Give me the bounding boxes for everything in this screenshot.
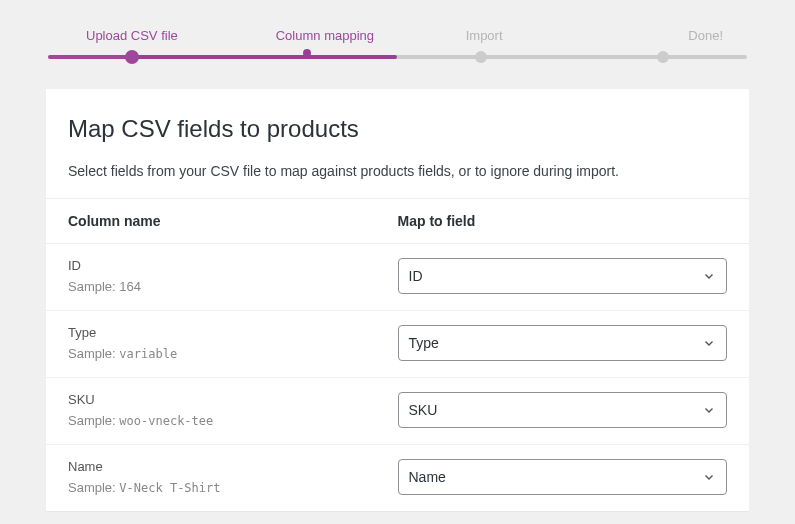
step-dot-1	[125, 50, 139, 64]
map-select-id[interactable]: ID	[398, 258, 728, 294]
column-name: SKU	[68, 392, 398, 407]
chevron-down-icon	[702, 269, 716, 283]
table-row: Name Sample: V-Neck T-Shirt Name	[46, 445, 749, 511]
table-header-map-to-field: Map to field	[398, 213, 728, 229]
mapping-rows: ID Sample: 164 ID	[46, 244, 749, 511]
chevron-down-icon	[702, 336, 716, 350]
step-dot-2	[303, 49, 311, 57]
table-row: Type Sample: variable Type	[46, 311, 749, 378]
step-import: Import	[405, 28, 564, 43]
page-subtitle: Select fields from your CSV file to map …	[68, 161, 727, 182]
map-select-name[interactable]: Name	[398, 459, 728, 495]
select-value: ID	[409, 268, 423, 284]
map-select-type[interactable]: Type	[398, 325, 728, 361]
step-mapping: Column mapping	[245, 28, 404, 43]
column-sample: Sample: variable	[68, 346, 398, 361]
table-header-row: Column name Map to field	[46, 198, 749, 244]
step-upload: Upload CSV file	[46, 28, 245, 43]
column-name: Type	[68, 325, 398, 340]
column-name: ID	[68, 258, 398, 273]
select-value: SKU	[409, 402, 438, 418]
progress-stepper: Upload CSV file Column mapping Import Do…	[0, 0, 795, 75]
column-sample: Sample: 164	[68, 279, 398, 294]
column-sample: Sample: woo-vneck-tee	[68, 413, 398, 428]
chevron-down-icon	[702, 470, 716, 484]
column-name: Name	[68, 459, 398, 474]
table-row: SKU Sample: woo-vneck-tee SKU	[46, 378, 749, 445]
column-sample: Sample: V-Neck T-Shirt	[68, 480, 398, 495]
step-dot-4	[657, 51, 669, 63]
step-dot-3	[475, 51, 487, 63]
progress-track	[48, 55, 747, 59]
mapping-card: Map CSV fields to products Select fields…	[46, 89, 749, 511]
table-header-column-name: Column name	[68, 213, 398, 229]
table-row: ID Sample: 164 ID	[46, 244, 749, 311]
page-title: Map CSV fields to products	[68, 115, 727, 143]
map-select-sku[interactable]: SKU	[398, 392, 728, 428]
step-done: Done!	[564, 28, 749, 43]
select-value: Type	[409, 335, 439, 351]
select-value: Name	[409, 469, 446, 485]
chevron-down-icon	[702, 403, 716, 417]
